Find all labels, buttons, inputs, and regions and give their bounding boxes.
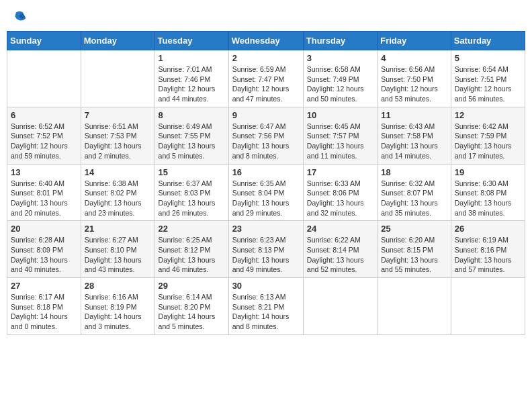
calendar-cell: 13Sunrise: 6:40 AM Sunset: 8:01 PM Dayli… — [7, 164, 81, 221]
day-info: Sunrise: 6:23 AM Sunset: 8:13 PM Dayligh… — [232, 235, 300, 275]
calendar-cell: 6Sunrise: 6:52 AM Sunset: 7:52 PM Daylig… — [7, 107, 81, 164]
calendar-cell — [303, 278, 377, 335]
calendar-cell: 21Sunrise: 6:27 AM Sunset: 8:10 PM Dayli… — [81, 221, 154, 278]
calendar-cell: 30Sunrise: 6:13 AM Sunset: 8:21 PM Dayli… — [228, 278, 303, 335]
day-number: 15 — [159, 167, 225, 177]
calendar-cell: 28Sunrise: 6:16 AM Sunset: 8:19 PM Dayli… — [81, 278, 154, 335]
day-info: Sunrise: 6:54 AM Sunset: 7:51 PM Dayligh… — [455, 64, 521, 104]
weekday-header-thursday: Thursday — [303, 32, 377, 50]
logo — [12, 9, 28, 24]
week-row-1: 1Sunrise: 7:01 AM Sunset: 7:46 PM Daylig… — [7, 50, 525, 107]
day-info: Sunrise: 6:13 AM Sunset: 8:21 PM Dayligh… — [232, 292, 300, 332]
logo-icon — [12, 9, 27, 24]
calendar-cell — [451, 278, 525, 335]
day-number: 12 — [455, 110, 521, 120]
weekday-header-row: SundayMondayTuesdayWednesdayThursdayFrid… — [7, 32, 525, 50]
day-info: Sunrise: 6:35 AM Sunset: 8:04 PM Dayligh… — [232, 179, 300, 218]
calendar-cell: 22Sunrise: 6:25 AM Sunset: 8:12 PM Dayli… — [154, 221, 228, 278]
day-info: Sunrise: 7:01 AM Sunset: 7:46 PM Dayligh… — [159, 64, 225, 104]
calendar-cell: 9Sunrise: 6:47 AM Sunset: 7:56 PM Daylig… — [228, 107, 303, 164]
weekday-header-sunday: Sunday — [7, 32, 81, 50]
week-row-3: 13Sunrise: 6:40 AM Sunset: 8:01 PM Dayli… — [7, 164, 525, 221]
day-number: 25 — [381, 224, 447, 234]
day-number: 17 — [307, 167, 373, 177]
day-info: Sunrise: 6:38 AM Sunset: 8:02 PM Dayligh… — [85, 179, 151, 218]
weekday-header-saturday: Saturday — [451, 32, 525, 50]
weekday-header-friday: Friday — [378, 32, 451, 50]
calendar-cell: 10Sunrise: 6:45 AM Sunset: 7:57 PM Dayli… — [303, 107, 377, 164]
header — [7, 7, 525, 27]
day-info: Sunrise: 6:27 AM Sunset: 8:10 PM Dayligh… — [85, 235, 151, 275]
calendar-cell: 27Sunrise: 6:17 AM Sunset: 8:18 PM Dayli… — [7, 278, 81, 335]
day-number: 6 — [11, 110, 77, 120]
calendar-cell: 3Sunrise: 6:58 AM Sunset: 7:49 PM Daylig… — [303, 50, 377, 107]
day-number: 30 — [232, 281, 300, 291]
week-row-2: 6Sunrise: 6:52 AM Sunset: 7:52 PM Daylig… — [7, 107, 525, 164]
day-info: Sunrise: 6:30 AM Sunset: 8:08 PM Dayligh… — [455, 179, 521, 218]
day-info: Sunrise: 6:59 AM Sunset: 7:47 PM Dayligh… — [232, 64, 300, 104]
day-info: Sunrise: 6:45 AM Sunset: 7:57 PM Dayligh… — [307, 122, 373, 161]
calendar-cell: 17Sunrise: 6:33 AM Sunset: 8:06 PM Dayli… — [303, 164, 377, 221]
calendar-cell — [81, 50, 154, 107]
day-info: Sunrise: 6:51 AM Sunset: 7:53 PM Dayligh… — [85, 122, 151, 161]
calendar-cell: 20Sunrise: 6:28 AM Sunset: 8:09 PM Dayli… — [7, 221, 81, 278]
day-info: Sunrise: 6:52 AM Sunset: 7:52 PM Dayligh… — [11, 122, 77, 161]
calendar-cell: 16Sunrise: 6:35 AM Sunset: 8:04 PM Dayli… — [228, 164, 303, 221]
calendar-cell: 18Sunrise: 6:32 AM Sunset: 8:07 PM Dayli… — [378, 164, 451, 221]
day-info: Sunrise: 6:49 AM Sunset: 7:55 PM Dayligh… — [159, 122, 225, 161]
calendar-cell: 4Sunrise: 6:56 AM Sunset: 7:50 PM Daylig… — [378, 50, 451, 107]
day-number: 8 — [159, 110, 225, 120]
day-number: 26 — [455, 224, 521, 234]
day-number: 3 — [307, 53, 373, 63]
calendar-cell: 19Sunrise: 6:30 AM Sunset: 8:08 PM Dayli… — [451, 164, 525, 221]
day-info: Sunrise: 6:40 AM Sunset: 8:01 PM Dayligh… — [11, 179, 77, 218]
calendar-cell: 29Sunrise: 6:14 AM Sunset: 8:20 PM Dayli… — [154, 278, 228, 335]
day-number: 19 — [455, 167, 521, 177]
calendar-cell: 15Sunrise: 6:37 AM Sunset: 8:03 PM Dayli… — [154, 164, 228, 221]
day-number: 14 — [85, 167, 151, 177]
day-number: 21 — [85, 224, 151, 234]
day-info: Sunrise: 6:22 AM Sunset: 8:14 PM Dayligh… — [307, 235, 373, 275]
weekday-header-monday: Monday — [81, 32, 154, 50]
day-number: 10 — [307, 110, 373, 120]
day-number: 18 — [381, 167, 447, 177]
day-info: Sunrise: 6:32 AM Sunset: 8:07 PM Dayligh… — [381, 179, 447, 218]
day-number: 4 — [381, 53, 447, 63]
day-info: Sunrise: 6:42 AM Sunset: 7:59 PM Dayligh… — [455, 122, 521, 161]
calendar-cell: 1Sunrise: 7:01 AM Sunset: 7:46 PM Daylig… — [154, 50, 228, 107]
day-number: 7 — [85, 110, 151, 120]
calendar-cell: 25Sunrise: 6:20 AM Sunset: 8:15 PM Dayli… — [378, 221, 451, 278]
day-info: Sunrise: 6:16 AM Sunset: 8:19 PM Dayligh… — [85, 292, 151, 332]
day-info: Sunrise: 6:14 AM Sunset: 8:20 PM Dayligh… — [159, 292, 225, 332]
day-number: 27 — [11, 281, 77, 291]
day-info: Sunrise: 6:28 AM Sunset: 8:09 PM Dayligh… — [11, 235, 77, 275]
day-number: 23 — [232, 224, 300, 234]
day-info: Sunrise: 6:19 AM Sunset: 8:16 PM Dayligh… — [455, 235, 521, 275]
calendar-cell: 8Sunrise: 6:49 AM Sunset: 7:55 PM Daylig… — [154, 107, 228, 164]
calendar-cell: 11Sunrise: 6:43 AM Sunset: 7:58 PM Dayli… — [378, 107, 451, 164]
day-number: 11 — [381, 110, 447, 120]
day-number: 1 — [159, 53, 225, 63]
day-number: 5 — [455, 53, 521, 63]
day-number: 16 — [232, 167, 300, 177]
day-number: 28 — [85, 281, 151, 291]
day-number: 24 — [307, 224, 373, 234]
calendar: SundayMondayTuesdayWednesdayThursdayFrid… — [7, 31, 525, 335]
day-info: Sunrise: 6:43 AM Sunset: 7:58 PM Dayligh… — [381, 122, 447, 161]
calendar-cell — [7, 50, 81, 107]
day-number: 22 — [159, 224, 225, 234]
day-info: Sunrise: 6:56 AM Sunset: 7:50 PM Dayligh… — [381, 64, 447, 104]
weekday-header-tuesday: Tuesday — [154, 32, 228, 50]
week-row-4: 20Sunrise: 6:28 AM Sunset: 8:09 PM Dayli… — [7, 221, 525, 278]
day-number: 13 — [11, 167, 77, 177]
weekday-header-wednesday: Wednesday — [228, 32, 303, 50]
calendar-cell: 24Sunrise: 6:22 AM Sunset: 8:14 PM Dayli… — [303, 221, 377, 278]
calendar-cell: 2Sunrise: 6:59 AM Sunset: 7:47 PM Daylig… — [228, 50, 303, 107]
calendar-cell: 14Sunrise: 6:38 AM Sunset: 8:02 PM Dayli… — [81, 164, 154, 221]
day-number: 20 — [11, 224, 77, 234]
day-info: Sunrise: 6:20 AM Sunset: 8:15 PM Dayligh… — [381, 235, 447, 275]
day-number: 2 — [232, 53, 300, 63]
day-info: Sunrise: 6:58 AM Sunset: 7:49 PM Dayligh… — [307, 64, 373, 104]
day-info: Sunrise: 6:25 AM Sunset: 8:12 PM Dayligh… — [159, 235, 225, 275]
calendar-cell: 23Sunrise: 6:23 AM Sunset: 8:13 PM Dayli… — [228, 221, 303, 278]
